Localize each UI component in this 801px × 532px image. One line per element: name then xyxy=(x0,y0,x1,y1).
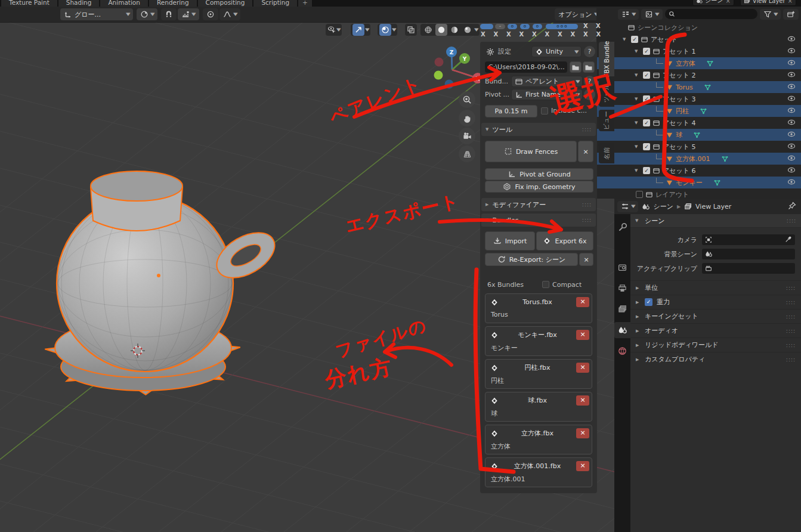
properties-tab-render[interactable] xyxy=(614,259,630,276)
collection-checkbox[interactable]: ✓ xyxy=(643,95,650,103)
breadcrumb-scene[interactable]: シーン xyxy=(653,202,673,211)
visibility-eye-icon[interactable] xyxy=(787,47,796,57)
gravity-checkbox[interactable]: ✓ xyxy=(645,298,652,306)
unknown-x-toggle[interactable]: X xyxy=(494,31,499,38)
shading-options-chevron-icon[interactable]: ▼ xyxy=(474,27,479,32)
bundle-by-dropdown[interactable]: ペアレント▼ xyxy=(511,76,583,87)
snap-toggle[interactable] xyxy=(161,8,177,20)
visibility-eye-icon[interactable] xyxy=(787,70,796,81)
orthographic-toggle-button[interactable] xyxy=(459,146,475,162)
view-layer-remove-icon[interactable]: × xyxy=(788,0,793,4)
compact-checkbox[interactable] xyxy=(542,281,549,288)
unknown-x-toggle[interactable]: X xyxy=(596,23,601,29)
panel-リジッドボディワールド[interactable]: ▶リジッドボディワールド:::: xyxy=(630,338,801,352)
include-children-checkbox[interactable] xyxy=(541,107,548,115)
unknown-x-toggle[interactable]: X xyxy=(519,31,524,38)
field-背景シーン[interactable] xyxy=(702,249,795,259)
snap-target-dropdown[interactable]: ▼ xyxy=(137,8,157,20)
snap-mode-dropdown[interactable]: ▼ xyxy=(178,8,199,20)
outliner-display-mode-dropdown[interactable]: ▼ xyxy=(618,9,639,20)
bundles-panel-header[interactable]: ▼Bundles:::: xyxy=(481,214,596,227)
editor-type-dropdown[interactable]: ▼ xyxy=(617,201,638,212)
collection-checkbox[interactable] xyxy=(636,191,643,198)
outliner-id-type-dropdown[interactable]: ▼ xyxy=(641,9,662,20)
outliner-row-アセット[interactable]: ▼✓アセット xyxy=(596,33,801,45)
open-folder-button[interactable] xyxy=(570,61,582,73)
pan-hand-button[interactable] xyxy=(459,110,475,126)
draw-fences-clear-button[interactable]: × xyxy=(578,141,593,162)
field-アクティブクリップ[interactable] xyxy=(702,263,795,274)
fix-geometry-button[interactable]: Fix imp. Geometry xyxy=(485,181,593,193)
workspace-tab-texture-paint[interactable]: Texture Paint xyxy=(1,0,57,7)
scene-datablock[interactable]: シーン× xyxy=(692,0,734,6)
camera-view-button[interactable] xyxy=(459,128,475,144)
sidebar-tab-ビュー[interactable]: ビュー xyxy=(599,110,614,131)
visibility-eye-icon[interactable] xyxy=(787,94,796,104)
engine-dropdown[interactable]: Unity▼ xyxy=(531,46,582,57)
outliner-row-立方体.001[interactable]: 立方体.001 xyxy=(596,153,801,165)
outliner-row-モンキー[interactable]: モンキー xyxy=(596,177,801,188)
bundle-by-help-button[interactable]: ? xyxy=(584,76,595,87)
scene-unlink-icon[interactable]: × xyxy=(725,0,730,4)
proportional-edit-toggle[interactable] xyxy=(203,8,218,20)
panel-単位[interactable]: ▶単位:::: xyxy=(630,280,801,295)
collection-checkbox[interactable]: ✓ xyxy=(643,167,650,174)
view-layer-datablock[interactable]: View Layer× xyxy=(740,0,796,6)
remove-bundle-button[interactable]: × xyxy=(576,297,589,307)
unknown-x-toggle[interactable]: X xyxy=(558,31,562,38)
unknown-pill-toggle[interactable]: o xyxy=(508,24,517,29)
export-path-field[interactable]: C:\Users\2018-09-02\... xyxy=(485,61,567,73)
unknown-x-toggle[interactable]: X xyxy=(583,23,588,29)
sidebar-tab-FBX Bundle[interactable]: FBX Bundle xyxy=(599,42,614,76)
outliner-row-Torus[interactable]: Torus xyxy=(596,81,801,93)
expander-icon[interactable]: ▼ xyxy=(635,120,641,125)
visibility-eye-icon[interactable] xyxy=(787,82,796,92)
collection-checkbox[interactable]: ✓ xyxy=(643,119,650,126)
outliner-row-アセット 5[interactable]: ▼✓アセット 5 xyxy=(596,141,801,153)
visibility-eye-icon[interactable] xyxy=(787,35,796,45)
workspace-tab-compositing[interactable]: Compositing xyxy=(198,0,253,7)
unknown-pill-toggle[interactable]: o o o xyxy=(546,24,578,29)
unknown-pill-toggle[interactable]: – xyxy=(495,24,505,29)
sidebar-tab-ツール[interactable]: ツール xyxy=(599,79,614,107)
collection-checkbox[interactable]: ✓ xyxy=(631,36,638,43)
workspace-tab-+[interactable]: + xyxy=(298,0,312,7)
scene-panel-header[interactable]: ▼シーン:::: xyxy=(630,214,801,228)
outliner-row-アセット 2[interactable]: ▼✓アセット 2 xyxy=(596,69,801,81)
visibility-eye-icon[interactable] xyxy=(787,118,796,128)
import-button[interactable]: Import xyxy=(485,231,535,250)
outliner-row-円柱[interactable]: 円柱 xyxy=(596,105,801,117)
tools-panel-header[interactable]: ▼ツール:::: xyxy=(481,123,596,136)
pivot-at-ground-button[interactable]: Pivot at Ground xyxy=(485,168,593,180)
collection-checkbox[interactable]: ✓ xyxy=(643,48,650,55)
expander-icon[interactable]: ▼ xyxy=(635,168,641,173)
remove-bundle-button[interactable]: × xyxy=(576,395,589,406)
expander-icon[interactable]: ▼ xyxy=(623,37,629,42)
properties-tab-tool[interactable] xyxy=(614,219,630,236)
remove-bundle-button[interactable]: × xyxy=(576,461,589,471)
unknown-x-toggle[interactable]: X xyxy=(545,31,550,38)
object-visibility-dropdown[interactable]: ▼ xyxy=(326,24,342,36)
outliner-row-球[interactable]: 球 xyxy=(596,129,801,141)
remove-bundle-button[interactable]: × xyxy=(576,363,589,373)
draw-fences-button[interactable]: Draw Fences xyxy=(485,141,577,162)
pivot-help-button[interactable]: ? xyxy=(584,89,595,100)
workspace-tab-shading[interactable]: Shading xyxy=(58,0,100,7)
field-カメラ[interactable] xyxy=(702,234,795,245)
outliner-row-アセット 3[interactable]: ▼✓アセット 3 xyxy=(596,93,801,105)
outliner-row-シーンコレクション[interactable]: シーンコレクション xyxy=(596,21,801,33)
proportional-falloff-dropdown[interactable]: ▼ xyxy=(219,8,240,20)
properties-tab-world[interactable] xyxy=(614,343,630,359)
visibility-eye-icon[interactable] xyxy=(787,142,796,152)
teapot-model[interactable] xyxy=(45,171,282,395)
export-button[interactable]: Export 6x xyxy=(536,231,593,250)
visibility-eye-icon[interactable] xyxy=(787,154,796,164)
reexport-button[interactable]: Re-Export: シーン xyxy=(485,253,578,266)
properties-tab-output[interactable] xyxy=(614,280,630,296)
outliner-filter-dropdown[interactable]: ▼ xyxy=(760,9,781,20)
panel-キーイングセット[interactable]: ▶キーイングセット:::: xyxy=(630,309,801,323)
collection-checkbox[interactable]: ✓ xyxy=(643,143,650,150)
browse-folder-button[interactable] xyxy=(583,61,595,73)
xray-toggle[interactable] xyxy=(405,24,417,36)
panel-カスタムプロパティ[interactable]: ▶カスタムプロパティ:::: xyxy=(630,352,801,366)
